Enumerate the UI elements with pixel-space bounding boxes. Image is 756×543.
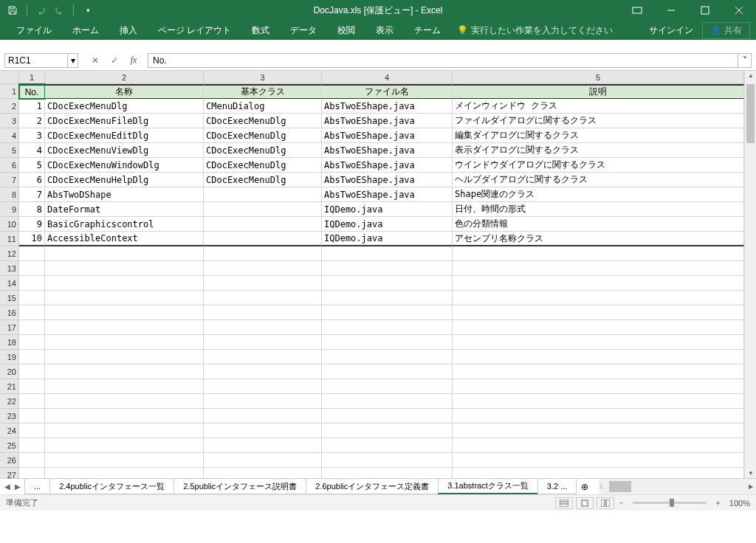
cell[interactable]: AbsTwoEShape.java — [322, 158, 453, 173]
cells-area[interactable]: No.名称基本クラスファイル名説明1CDocExecMenuDlgCMenuDi… — [19, 84, 744, 478]
cell[interactable] — [19, 394, 45, 409]
cell[interactable] — [19, 350, 45, 364]
cell[interactable]: CDocExecMenuEditDlg — [45, 128, 204, 143]
expand-formula-icon[interactable]: ˅ — [738, 53, 752, 68]
zoom-level[interactable]: 100% — [729, 499, 750, 508]
cell[interactable]: 9 — [19, 217, 45, 232]
row-header[interactable]: 6 — [0, 158, 19, 173]
menu-file[interactable]: ファイル — [6, 21, 62, 40]
cell[interactable] — [204, 187, 322, 202]
cell[interactable] — [453, 423, 744, 438]
scroll-up-icon[interactable]: ▲ — [748, 72, 754, 79]
cell[interactable] — [19, 335, 45, 350]
cell[interactable]: AbsTwoEShape.java — [322, 128, 453, 143]
sheet-tab[interactable]: 2.4publicインタフェース一覧 — [49, 479, 174, 494]
scroll-right-icon[interactable]: ▶ — [749, 483, 753, 490]
row-header[interactable]: 2 — [0, 99, 19, 114]
cell[interactable] — [204, 468, 322, 478]
cell[interactable]: AbsTwoEShape.java — [322, 187, 453, 202]
sheet-tab[interactable]: 2.5publicインタフェース説明書 — [173, 479, 306, 494]
cell[interactable] — [453, 438, 744, 453]
cell[interactable] — [453, 364, 744, 379]
cell[interactable]: ウインドウダイアログに関するクラス — [453, 158, 744, 173]
row-header[interactable]: 16 — [0, 305, 19, 320]
share-button[interactable]: 👤共有 — [702, 22, 750, 39]
cell[interactable] — [204, 291, 322, 305]
row-header[interactable]: 26 — [0, 453, 19, 468]
cell[interactable]: ファイルダイアログに関するクラス — [453, 114, 744, 128]
cell[interactable] — [322, 379, 453, 394]
cell[interactable]: AbsTwoEShape.java — [322, 173, 453, 187]
cell[interactable]: 色の分類情報 — [453, 217, 744, 232]
cell[interactable] — [19, 379, 45, 394]
pagebreak-view-icon[interactable] — [597, 497, 614, 509]
cell[interactable] — [322, 394, 453, 409]
cell[interactable] — [45, 409, 204, 423]
cell[interactable] — [19, 453, 45, 468]
cell[interactable] — [204, 364, 322, 379]
cell[interactable]: CDocExecMenuHelpDlg — [45, 173, 204, 187]
cell[interactable]: Shape関連のクラス — [453, 187, 744, 202]
cell[interactable] — [19, 291, 45, 305]
cell[interactable]: CDocExecMenuDlg — [45, 99, 204, 114]
row-header[interactable]: 5 — [0, 143, 19, 158]
cell[interactable]: AbsTwoEShape.java — [322, 99, 453, 114]
cell[interactable]: CDocExecMenuFileDlg — [45, 114, 204, 128]
col-header[interactable]: 4 — [322, 71, 453, 83]
menu-data[interactable]: データ — [280, 21, 327, 40]
cell[interactable] — [453, 246, 744, 261]
row-header[interactable]: 4 — [0, 128, 19, 143]
cell[interactable] — [322, 246, 453, 261]
cell[interactable] — [453, 276, 744, 291]
cell[interactable]: AbsTwoEShape.java — [322, 143, 453, 158]
cell[interactable] — [453, 468, 744, 478]
select-all-corner[interactable] — [0, 71, 19, 84]
normal-view-icon[interactable] — [555, 497, 573, 509]
row-header[interactable]: 20 — [0, 364, 19, 379]
cell[interactable] — [45, 335, 204, 350]
cell[interactable] — [204, 217, 322, 232]
cell[interactable] — [45, 453, 204, 468]
cell[interactable]: 表示ダイアログに関するクラス — [453, 143, 744, 158]
sheet-tab[interactable]: 3.2 ... — [537, 479, 577, 494]
col-header[interactable]: 3 — [204, 71, 322, 83]
cell[interactable]: 1 — [19, 99, 45, 114]
cell[interactable]: 4 — [19, 143, 45, 158]
signin-link[interactable]: サインイン — [649, 24, 693, 37]
maximize-icon[interactable] — [688, 0, 722, 21]
enter-formula-icon[interactable]: ✓ — [105, 53, 124, 68]
cell[interactable]: ヘルプダイアログに関するクラス — [453, 173, 744, 187]
cell[interactable] — [45, 364, 204, 379]
cell[interactable] — [19, 409, 45, 423]
menu-formulas[interactable]: 数式 — [241, 21, 280, 40]
cell[interactable] — [204, 320, 322, 335]
cell[interactable] — [19, 364, 45, 379]
new-sheet-icon[interactable]: ⊕ — [577, 479, 593, 494]
cell[interactable]: CDocExecMenuDlg — [204, 143, 322, 158]
cell[interactable]: AbsTwoDShape — [45, 187, 204, 202]
cell[interactable]: 10 — [19, 232, 45, 246]
menu-insert[interactable]: 挿入 — [109, 21, 148, 40]
cell[interactable] — [204, 232, 322, 246]
cell[interactable] — [322, 291, 453, 305]
cell[interactable] — [204, 246, 322, 261]
cell[interactable]: DateFormat — [45, 202, 204, 217]
row-header[interactable]: 15 — [0, 291, 19, 305]
name-box[interactable]: R1C1 — [4, 53, 68, 68]
row-header[interactable]: 17 — [0, 320, 19, 335]
cell[interactable] — [322, 335, 453, 350]
column-headers[interactable]: 1 2 3 4 5 — [19, 71, 744, 84]
row-header[interactable]: 3 — [0, 114, 19, 128]
row-header[interactable]: 13 — [0, 261, 19, 276]
tell-me[interactable]: 💡実行したい作業を入力してください — [457, 24, 613, 37]
cell[interactable] — [19, 438, 45, 453]
menu-home[interactable]: ホーム — [62, 21, 109, 40]
vscroll-thumb[interactable] — [746, 84, 755, 143]
col-header[interactable]: 1 — [19, 71, 45, 83]
cell[interactable] — [19, 305, 45, 320]
zoom-slider[interactable] — [633, 502, 707, 504]
cell[interactable] — [322, 276, 453, 291]
cell[interactable] — [19, 423, 45, 438]
cell[interactable] — [45, 468, 204, 478]
row-header[interactable]: 27 — [0, 468, 19, 478]
